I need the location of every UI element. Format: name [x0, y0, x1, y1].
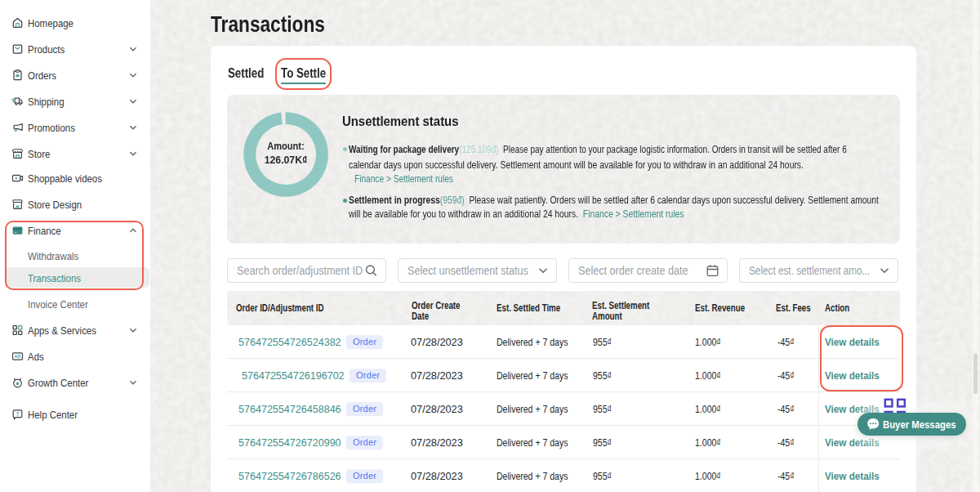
svg-text:AD: AD [15, 354, 21, 359]
svg-text:?: ? [16, 410, 19, 416]
